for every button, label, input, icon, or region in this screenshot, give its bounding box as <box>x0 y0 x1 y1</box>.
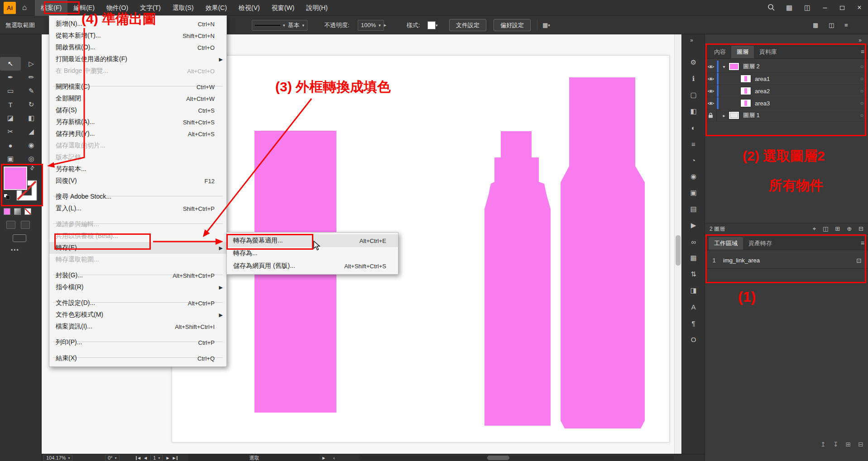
menu-button[interactable]: 檢視(V) <box>233 0 266 16</box>
visibility-toggle[interactable] <box>705 97 717 109</box>
file-menu-item[interactable]: 新增(N)... Ctrl+N ▶ <box>49 18 226 30</box>
lower-panel-tab[interactable]: 資產轉存 <box>743 237 777 250</box>
draw-normal-button[interactable] <box>6 221 15 229</box>
hand-tool-icon[interactable]: ◉ <box>21 138 42 152</box>
arrange-documents-icon[interactable]: ◫ <box>798 4 816 12</box>
layer-row[interactable]: ▸ 圖層 1 ○ <box>705 109 868 122</box>
artboard-tool-icon[interactable]: ▣ <box>0 152 21 166</box>
vertical-scrollbar-thumb[interactable] <box>676 235 681 266</box>
delete-layer-icon[interactable]: ⊟ <box>858 225 863 233</box>
last-artboard-button[interactable]: ▶ <box>173 456 177 460</box>
file-menu-item[interactable]: 儲存拷貝(Y)... Alt+Ctrl+S ▶ <box>49 128 226 140</box>
collapse-panels-icon[interactable]: » <box>858 37 862 43</box>
file-menu-item[interactable]: 封裝(G)... Alt+Shift+Ctrl+P ▶ <box>49 270 226 281</box>
control-menu-icon[interactable]: ≡ <box>844 16 848 34</box>
file-menu-item[interactable]: ▶ <box>49 333 226 337</box>
menu-button[interactable]: 視窗(W) <box>266 0 301 16</box>
file-menu-item[interactable]: 結束(X) Ctrl+Q ▶ <box>49 352 226 364</box>
artboards-icon[interactable]: ▦ <box>682 250 705 266</box>
layer-row[interactable]: ▾ 圖層 2 ○ <box>705 61 868 73</box>
file-menu-item[interactable]: ▶ <box>49 266 226 270</box>
panel-tab[interactable]: 內容 <box>709 46 731 58</box>
file-menu-item[interactable]: 列印(P)... Ctrl+P ▶ <box>49 337 226 348</box>
status-chevron-icon[interactable]: ‹ <box>333 454 335 461</box>
file-menu-item[interactable]: 另存新檔(A)... Shift+Ctrl+S ▶ <box>49 116 226 128</box>
rectangle-tool-icon[interactable]: ▭ <box>0 84 21 98</box>
submenu-item[interactable]: 轉存為螢幕適用... Alt+Ctrl+E ▶ <box>227 234 398 247</box>
fill-color-swatch[interactable] <box>4 166 27 190</box>
graphic-styles-icon[interactable]: ▣ <box>682 185 705 201</box>
layer-thumbnail[interactable] <box>740 99 751 107</box>
expand-chevron-icon[interactable]: ▾ <box>720 64 728 69</box>
none-fill-button[interactable] <box>24 208 31 215</box>
layer-thumbnail[interactable] <box>740 75 751 83</box>
paragraph-icon[interactable]: ¶ <box>682 315 705 331</box>
transform-icon[interactable]: ▢ <box>682 87 705 103</box>
make-clipping-mask-icon[interactable]: ◫ <box>823 225 828 233</box>
style-swatch-dropdown[interactable]: ▾ <box>427 16 438 34</box>
info-icon[interactable]: ℹ <box>682 71 705 87</box>
file-menu-item[interactable]: 全部關閉 Alt+Ctrl+W ▶ <box>49 93 226 105</box>
file-menu-item[interactable]: 關閉檔案(C) Ctrl+W ▶ <box>49 81 226 93</box>
next-artboard-button[interactable]: ▶ <box>166 456 169 460</box>
workspace-switcher-icon[interactable]: ▦ <box>780 4 798 12</box>
appearance-icon[interactable]: ◉ <box>682 168 705 185</box>
transparency-icon[interactable]: ◔ <box>682 152 705 168</box>
layer-row[interactable]: area2 ○ <box>705 85 868 97</box>
layer-name[interactable]: area3 <box>755 100 770 107</box>
menu-button[interactable]: 選取(S) <box>167 0 200 16</box>
submenu-item[interactable]: 儲存為網頁用 (舊版)... Alt+Shift+Ctrl+S ▶ <box>227 260 398 272</box>
file-menu-item[interactable]: ▶ <box>49 348 226 352</box>
previous-artboard-button[interactable]: ◀ <box>144 456 147 460</box>
horizontal-scrollbar[interactable] <box>359 456 674 460</box>
file-menu-item[interactable]: 檔案資訊(I)... Alt+Shift+Ctrl+I ▶ <box>49 321 226 333</box>
file-menu-item[interactable]: 開啟舊檔(O)... Ctrl+O ▶ <box>49 42 226 53</box>
direct-selection-tool-icon[interactable]: ▷ <box>21 57 42 71</box>
visibility-toggle[interactable] <box>705 73 717 85</box>
panel-tab[interactable]: 圖層 <box>731 46 754 58</box>
target-circle-icon[interactable]: ○ <box>860 112 863 119</box>
file-menu-item[interactable]: ▶ <box>49 214 226 219</box>
file-menu-item[interactable]: 置入(L)... Shift+Ctrl+P ▶ <box>49 203 226 214</box>
expand-chevron-icon[interactable]: ▸ <box>720 113 728 118</box>
artboard-name[interactable]: img_link_area <box>723 257 760 264</box>
file-menu-item[interactable]: 儲存(S) Ctrl+S ▶ <box>49 105 226 116</box>
rotate-tool-icon[interactable]: ↻ <box>21 98 42 111</box>
default-fill-stroke-icon[interactable] <box>4 194 11 200</box>
target-circle-icon[interactable]: ○ <box>860 100 863 106</box>
file-menu-item[interactable]: 另存範本... ▶ <box>49 163 226 175</box>
layer-name[interactable]: area2 <box>755 88 770 95</box>
gradient-icon[interactable]: ◐ <box>682 119 705 136</box>
preferences-button[interactable]: 偏好設定 <box>494 16 531 34</box>
opentype-icon[interactable]: O <box>682 331 705 347</box>
gradient-tool-icon[interactable]: ◧ <box>21 111 42 125</box>
align-dropdown-icon[interactable]: ▦ ▾ <box>542 16 550 34</box>
file-menu-item[interactable]: 指令檔(R) ▶ <box>49 281 226 293</box>
character-icon[interactable]: A <box>682 299 705 315</box>
scissors-tool-icon[interactable]: ✂ <box>0 125 21 138</box>
layer-name[interactable]: area1 <box>755 76 770 82</box>
edit-toolbar-button[interactable]: ••• <box>11 247 19 253</box>
menu-button[interactable]: 檔案(F) <box>35 0 67 16</box>
target-circle-icon[interactable]: ○ <box>860 63 863 70</box>
layer-name[interactable]: 圖層 1 <box>743 111 760 119</box>
file-menu-item[interactable]: 文件設定(D)... Alt+Ctrl+P ▶ <box>49 297 226 309</box>
menu-button[interactable]: 說明(H) <box>300 0 333 16</box>
curvature-tool-icon[interactable]: ✏ <box>21 71 42 84</box>
panel-layout-icon[interactable]: ◫ <box>829 16 834 34</box>
expand-panels-icon[interactable]: » <box>690 37 693 43</box>
artboard-page-icon[interactable]: ⊡ <box>856 257 862 264</box>
move-up-icon[interactable]: ↥ <box>820 441 826 448</box>
search-icon[interactable] <box>762 4 780 12</box>
new-layer-icon[interactable]: ⊕ <box>847 225 852 233</box>
pathfinder-icon[interactable]: ◧ <box>682 103 705 119</box>
target-circle-icon[interactable]: ○ <box>860 76 863 82</box>
links-icon[interactable]: ∞ <box>682 233 705 250</box>
visibility-toggle[interactable] <box>705 109 717 122</box>
file-menu-item[interactable]: ▶ <box>49 187 226 191</box>
stroke-profile-dropdown[interactable]: ▾ 基本▾ <box>252 16 307 34</box>
opacity-dropdown[interactable]: 100%▾ ▸ <box>358 16 386 34</box>
large-bottle-shape[interactable] <box>561 77 645 428</box>
eyedropper-tool-icon[interactable]: ◢ <box>21 125 42 138</box>
minimize-button[interactable]: – <box>816 0 834 16</box>
